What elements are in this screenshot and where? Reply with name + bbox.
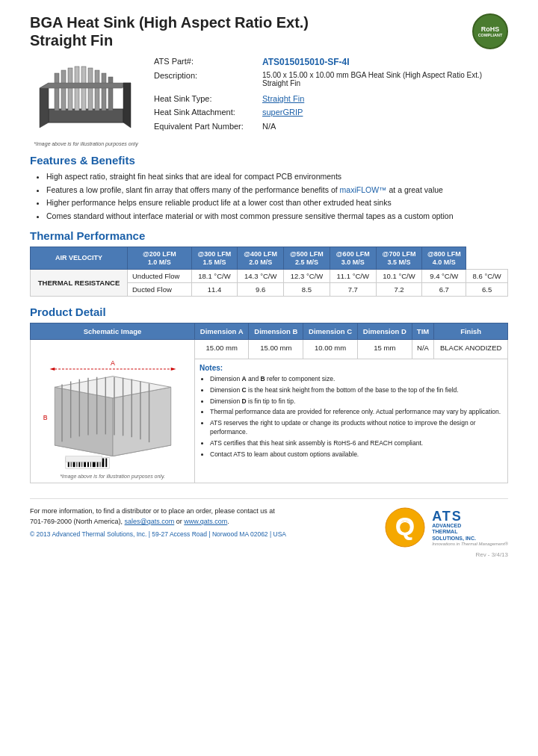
unducted-500: 11.1 °C/W <box>330 270 376 283</box>
finish-value: BLACK ANODIZED <box>434 340 508 359</box>
dimb-header: Dimension B <box>249 323 303 340</box>
svg-text:A: A <box>111 359 115 367</box>
features-list: High aspect ratio, straight fin heat sin… <box>30 171 508 222</box>
unducted-700: 9.4 °C/W <box>422 270 466 283</box>
svg-rect-49 <box>102 459 104 468</box>
part-label: ATS Part#: <box>154 57 262 67</box>
thermal-section: Thermal Performance AIR VELOCITY @200 LF… <box>30 229 508 297</box>
maxiflow-link[interactable]: maxiFLOW™ <box>340 185 387 194</box>
unducted-200: 18.1 °C/W <box>191 270 238 283</box>
svg-rect-2 <box>61 70 66 111</box>
footer-copyright: © 2013 Advanced Thermal Solutions, Inc. … <box>30 530 286 539</box>
svg-rect-1 <box>55 73 59 111</box>
unducted-label: Unducted Flow <box>128 270 192 283</box>
website-link[interactable]: www.qats.com <box>184 518 227 525</box>
svg-marker-29 <box>49 368 55 371</box>
compliant-text: COMPLIANT <box>478 33 503 37</box>
product-info-section: *Image above is for illustration purpose… <box>30 57 508 146</box>
notes-list: Dimension A and B refer to component siz… <box>200 375 503 459</box>
note-item: Dimension D is fin tip to fin tip. <box>210 397 503 406</box>
schematic-svg: A B <box>42 344 184 471</box>
svg-rect-9 <box>108 77 113 111</box>
unducted-300: 14.3 °C/W <box>238 270 284 283</box>
finish-header: Finish <box>434 323 508 340</box>
ducted-500: 7.7 <box>330 283 376 297</box>
note-item: ATS reserves the right to update or chan… <box>210 419 503 437</box>
ats-tagline: Innovations in Thermal Management® <box>432 542 508 546</box>
ats-name: ATS <box>432 509 508 523</box>
feature-item: Features a low profile, slant fin array … <box>46 185 508 196</box>
svg-marker-30 <box>170 368 176 371</box>
features-section: Features & Benefits High aspect ratio, s… <box>30 154 508 222</box>
ats-q-icon: Q <box>384 506 426 548</box>
unducted-800: 8.6 °C/W <box>466 270 508 283</box>
notes-header: Notes: <box>200 364 503 372</box>
feature-item: Higher performance helps ensure reliable… <box>46 197 508 208</box>
thermal-header: Thermal Performance <box>30 229 508 242</box>
col-400lfm: @400 LFM2.0 M/S <box>238 247 284 270</box>
equiv-label: Equivalent Part Number: <box>154 121 262 132</box>
title-line1: BGA Heat Sink (High Aspect Ratio Ext.) <box>30 14 309 31</box>
unducted-600: 10.1 °C/W <box>376 270 422 283</box>
ducted-700: 6.7 <box>422 283 466 297</box>
ducted-800: 6.5 <box>466 283 508 297</box>
title-line2: Straight Fin <box>30 32 113 49</box>
contact-text: For more information, to find a distribu… <box>30 506 286 527</box>
schematic-header: Schematic Image <box>31 323 195 340</box>
ducted-label: Ducted Flow <box>128 283 192 297</box>
product-image <box>34 57 138 139</box>
product-title: BGA Heat Sink (High Aspect Ratio Ext.) S… <box>30 13 309 49</box>
note-item: Contact ATS to learn about custom option… <box>210 450 503 459</box>
thermal-resistance-label: THERMAL RESISTANCE <box>31 270 128 297</box>
note-item: Thermal performance data are provided fo… <box>210 408 503 417</box>
svg-rect-5 <box>81 66 86 111</box>
part-number-row: ATS Part#: ATS015015010-SF-4I <box>154 57 508 67</box>
ats-full-name: ADVANCEDTHERMALSOLUTIONS, INC. <box>432 523 508 542</box>
thermal-table: AIR VELOCITY @200 LFM1.0 M/S @300 LFM1.5… <box>30 247 508 297</box>
svg-rect-6 <box>88 68 93 111</box>
svg-rect-8 <box>102 73 106 111</box>
schematic-cell: A B <box>31 340 195 483</box>
feature-item: High aspect ratio, straight fin heat sin… <box>46 171 508 182</box>
product-details-table: ATS Part#: ATS015015010-SF-4I Descriptio… <box>154 57 508 146</box>
page-header: BGA Heat Sink (High Aspect Ratio Ext.) S… <box>30 13 508 49</box>
dimc-header: Dimension C <box>303 323 358 340</box>
svg-text:Q: Q <box>395 512 415 540</box>
unducted-400: 12.3 °C/W <box>284 270 330 283</box>
thermal-header-row: AIR VELOCITY @200 LFM1.0 M/S @300 LFM1.5… <box>31 247 508 270</box>
col-300lfm: @300 LFM1.5 M/S <box>191 247 238 270</box>
description-row: Description: 15.00 x 15.00 x 10.00 mm BG… <box>154 71 508 87</box>
dimd-header: Dimension D <box>357 323 412 340</box>
col-200lfm: @200 LFM1.0 M/S <box>128 247 192 270</box>
svg-rect-3 <box>68 68 72 111</box>
air-velocity-header: AIR VELOCITY <box>31 247 128 270</box>
col-500lfm: @500 LFM2.5 M/S <box>284 247 330 270</box>
dimd-value: 15 mm <box>357 340 412 359</box>
col-700lfm: @700 LFM3.5 M/S <box>376 247 422 270</box>
email-link[interactable]: sales@qats.com <box>125 518 175 525</box>
detail-dims-row: A B <box>31 340 508 359</box>
ats-text-block: ATS ADVANCEDTHERMALSOLUTIONS, INC. Innov… <box>432 509 508 546</box>
footer-contact: For more information, to find a distribu… <box>30 506 286 539</box>
equiv-row: Equivalent Part Number: N/A <box>154 121 508 132</box>
attachment-row: Heat Sink Attachment: superGRIP <box>154 107 508 118</box>
feature-item: Comes standard without interface materia… <box>46 211 508 222</box>
or-text: or <box>174 518 184 525</box>
type-value: Straight Fin <box>262 93 304 105</box>
type-row: Heat Sink Type: Straight Fin <box>154 93 508 105</box>
schematic-caption: *Image above is for illustration purpose… <box>60 474 165 479</box>
note-item: Dimension C is the heat sink height from… <box>210 386 503 395</box>
description-label: Description: <box>154 71 262 87</box>
dimb-value: 15.00 mm <box>249 340 303 359</box>
svg-rect-7 <box>95 70 99 111</box>
tim-header: TIM <box>412 323 434 340</box>
product-detail-header: Product Detail <box>30 306 508 318</box>
product-detail-section: Product Detail Schematic Image Dimension… <box>30 306 508 483</box>
svg-marker-15 <box>113 388 171 456</box>
type-label: Heat Sink Type: <box>154 93 262 105</box>
attachment-label: Heat Sink Attachment: <box>154 107 262 118</box>
product-detail-table: Schematic Image Dimension A Dimension B … <box>30 323 508 483</box>
col-800lfm: @800 LFM4.0 M/S <box>422 247 466 270</box>
svg-rect-0 <box>49 109 123 123</box>
svg-marker-14 <box>55 388 113 456</box>
